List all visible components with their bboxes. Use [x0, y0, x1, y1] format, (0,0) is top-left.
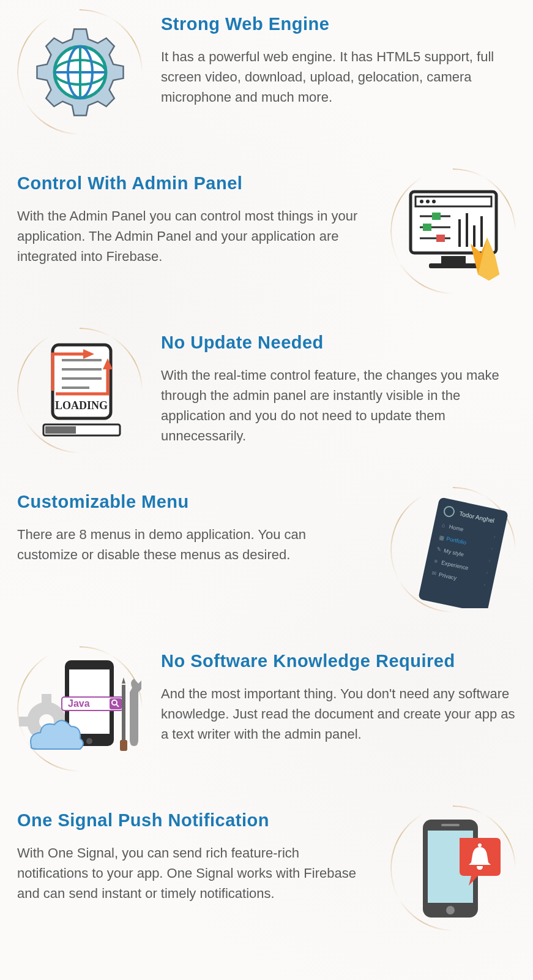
svg-point-9	[432, 200, 436, 203]
svg-point-71	[478, 843, 482, 847]
feature-text: Customizable Menu There are 8 menus in d…	[17, 487, 372, 565]
feature-push-notification: One Signal Push Notification With One Si…	[17, 805, 516, 931]
feature-title: No Update Needed	[161, 333, 516, 353]
svg-rect-11	[429, 263, 478, 268]
svg-rect-10	[441, 256, 466, 263]
feature-title: Control With Admin Panel	[17, 173, 366, 194]
svg-rect-17	[436, 235, 445, 242]
svg-marker-66	[122, 677, 125, 684]
feature-no-update: LOADING No Update Needed With the real-t…	[17, 328, 516, 453]
svg-point-58	[86, 738, 92, 744]
feature-text: Strong Web Engine It has a powerful web …	[161, 9, 516, 107]
feature-text: One Signal Push Notification With One Si…	[17, 805, 372, 903]
no-coding-icon: Java	[17, 646, 143, 772]
svg-point-69	[446, 906, 455, 914]
feature-text: No Update Needed With the real-time cont…	[161, 328, 516, 446]
menu-icon: Todor Anghel Home Portfolio My style Exp…	[390, 487, 516, 612]
feature-body: With One Signal, you can send rich featu…	[17, 843, 366, 903]
feature-body: With the Admin Panel you can control mos…	[17, 206, 366, 266]
feature-no-software: Java No Software Knowledge Required And …	[17, 646, 516, 772]
svg-rect-31	[45, 426, 76, 434]
svg-point-8	[426, 200, 430, 203]
feature-title: Customizable Menu	[17, 492, 366, 512]
svg-rect-65	[120, 740, 127, 751]
svg-rect-64	[122, 685, 125, 740]
svg-text:Java: Java	[68, 698, 90, 709]
feature-body: With the real-time control feature, the …	[161, 365, 516, 446]
feature-body: And the most important thing. You don't …	[161, 684, 516, 744]
loading-icon: LOADING	[17, 328, 143, 453]
feature-custom-menu: Todor Anghel Home Portfolio My style Exp…	[17, 487, 516, 612]
feature-body: There are 8 menus in demo application. Y…	[17, 524, 366, 565]
svg-text:LOADING: LOADING	[54, 399, 107, 412]
admin-panel-icon	[390, 168, 516, 294]
web-engine-icon	[17, 9, 143, 135]
svg-point-7	[420, 200, 423, 203]
svg-rect-53	[19, 717, 30, 726]
svg-rect-13	[432, 213, 441, 220]
feature-body: It has a powerful web engine. It has HTM…	[161, 47, 516, 107]
notification-icon	[390, 805, 516, 931]
svg-rect-15	[423, 224, 431, 231]
feature-web-engine: Strong Web Engine It has a powerful web …	[17, 9, 516, 135]
feature-admin-panel: Control With Admin Panel With the Admin …	[17, 168, 516, 294]
feature-text: No Software Knowledge Required And the m…	[161, 646, 516, 744]
feature-text: Control With Admin Panel With the Admin …	[17, 168, 372, 266]
feature-title: No Software Knowledge Required	[161, 651, 516, 671]
feature-title: One Signal Push Notification	[17, 810, 366, 831]
svg-rect-70	[441, 824, 460, 826]
feature-title: Strong Web Engine	[161, 14, 516, 34]
svg-rect-51	[42, 694, 51, 705]
